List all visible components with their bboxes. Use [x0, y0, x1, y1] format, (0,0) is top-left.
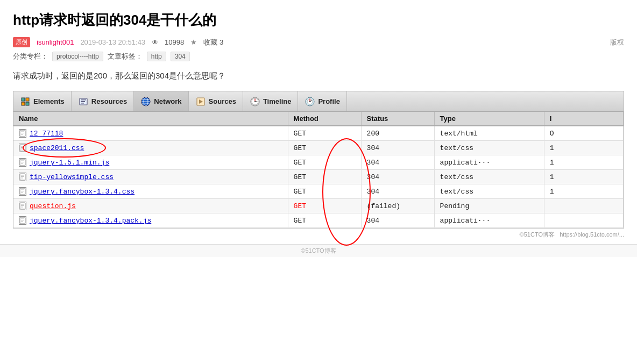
- tag-http[interactable]: http: [147, 52, 166, 61]
- eye-icon: [152, 38, 158, 46]
- cell-method: GET: [288, 184, 361, 199]
- cell-i: 1: [544, 184, 623, 199]
- cell-status: 304: [361, 170, 434, 184]
- col-status: Status: [361, 112, 434, 126]
- profile-icon: [305, 96, 315, 107]
- tab-timeline[interactable]: Timeline: [243, 91, 299, 111]
- cell-status: (failed): [361, 199, 434, 213]
- svg-rect-49: [20, 217, 25, 224]
- file-icon: [19, 216, 26, 225]
- table-row: jquery.fancybox-1.3.4.pack.jsGET304appli…: [13, 213, 624, 228]
- star-icon: [190, 38, 197, 46]
- svg-rect-7: [81, 103, 84, 104]
- cell-i: 1: [544, 141, 623, 155]
- cell-type: text/css: [434, 184, 544, 199]
- author-link[interactable]: isunlight001: [37, 38, 74, 46]
- article-tag-label: 文章标签：: [108, 52, 143, 61]
- col-type: Type: [434, 112, 544, 126]
- copyright-link[interactable]: 版权: [610, 38, 624, 47]
- table-row: space2011.cssGET304text/css1: [13, 141, 624, 155]
- cell-type: applicati···: [434, 213, 544, 228]
- name-cell-content: tip-yellowsimple.css: [19, 173, 282, 181]
- page-container: http请求时返回的304是干什么的 原创 isunlight001 2019-…: [0, 0, 637, 244]
- elements-icon: [20, 96, 31, 107]
- tab-network[interactable]: Network: [134, 91, 188, 111]
- file-name-link[interactable]: jquery-1.5.1.min.js: [30, 159, 109, 167]
- svg-point-24: [309, 101, 310, 102]
- watermark: ©51CTO博客 https://blog.51cto.com/...: [13, 231, 624, 239]
- svg-rect-29: [20, 145, 25, 151]
- cell-status: 200: [361, 126, 434, 141]
- file-name-link[interactable]: jquery.fancybox-1.3.4.css: [30, 188, 135, 196]
- tab-profile-label: Profile: [318, 97, 339, 105]
- name-cell-content: jquery.fancybox-1.3.4.pack.js: [19, 216, 282, 225]
- cell-i: [544, 199, 623, 213]
- cell-method: GET: [288, 141, 361, 155]
- tab-resources-label: Resources: [91, 97, 127, 105]
- svg-rect-45: [20, 203, 25, 209]
- svg-rect-37: [20, 174, 25, 180]
- tab-resources[interactable]: Resources: [72, 91, 134, 111]
- cell-method: GET: [288, 155, 361, 170]
- name-cell-content: question.js: [19, 202, 282, 210]
- col-method: Method: [288, 112, 361, 126]
- tab-sources[interactable]: Sources: [189, 91, 243, 111]
- tab-elements-label: Elements: [33, 97, 65, 105]
- table-header-row: Name Method Status Type I: [13, 112, 624, 126]
- network-table: Name Method Status Type I 12_77118GET200…: [13, 112, 624, 228]
- network-icon: [140, 96, 151, 107]
- name-cell-content: jquery-1.5.1.min.js: [19, 158, 282, 167]
- cell-status: 304: [361, 155, 434, 170]
- table-row: jquery.fancybox-1.3.4.cssGET304text/css1: [13, 184, 624, 199]
- file-icon: [19, 173, 26, 181]
- meta-row: 原创 isunlight001 2019-03-13 20:51:43 1099…: [13, 37, 624, 47]
- cell-type: text/html: [434, 126, 544, 141]
- category-label: 分类专栏：: [13, 52, 48, 61]
- cell-name: jquery.fancybox-1.3.4.css: [13, 184, 288, 199]
- tag-304[interactable]: 304: [171, 52, 190, 61]
- svg-rect-0: [22, 98, 25, 101]
- cell-status: 304: [361, 184, 434, 199]
- name-cell-content: space2011.css: [19, 144, 282, 152]
- file-name-link[interactable]: 12_77118: [30, 130, 63, 138]
- svg-point-19: [254, 101, 256, 102]
- cell-name: question.js: [13, 199, 288, 213]
- sources-icon: [195, 96, 206, 107]
- original-tag: 原创: [13, 37, 30, 47]
- cell-i: 1: [544, 170, 623, 184]
- file-name-link[interactable]: space2011.css: [30, 144, 84, 152]
- table-row: question.jsGET(failed)Pending: [13, 199, 624, 213]
- timeline-icon: [250, 96, 260, 107]
- svg-rect-41: [20, 188, 25, 195]
- tab-profile[interactable]: Profile: [298, 91, 346, 111]
- name-cell-content: 12_77118: [19, 129, 282, 138]
- svg-rect-6: [81, 101, 85, 102]
- cell-i: [544, 213, 623, 228]
- svg-rect-1: [26, 98, 29, 101]
- category-row: 分类专栏： protocol----http 文章标签： http 304: [13, 52, 624, 61]
- file-name-link[interactable]: jquery.fancybox-1.3.4.pack.js: [30, 217, 151, 225]
- cell-name: jquery-1.5.1.min.js: [13, 155, 288, 170]
- bottom-bar: ©51CTO博客: [0, 244, 637, 257]
- category-tag[interactable]: protocol----http: [52, 52, 103, 61]
- collect-label: 收藏 3: [203, 38, 223, 47]
- cell-method: GET: [288, 170, 361, 184]
- cell-type: Pending: [434, 199, 544, 213]
- svg-rect-25: [20, 130, 25, 137]
- cell-method: GET: [288, 126, 361, 141]
- file-name-link[interactable]: question.js: [30, 202, 76, 210]
- tab-elements[interactable]: Elements: [13, 91, 72, 111]
- views-count: 10998: [165, 38, 184, 46]
- cell-name: space2011.css: [13, 141, 288, 155]
- file-name-link[interactable]: tip-yellowsimple.css: [30, 173, 114, 181]
- file-icon: [19, 187, 26, 196]
- cell-status: 304: [361, 141, 434, 155]
- cell-type: applicati···: [434, 155, 544, 170]
- cell-type: text/css: [434, 170, 544, 184]
- cell-method: GET: [288, 199, 361, 213]
- cell-name: 12_77118: [13, 126, 288, 141]
- devtools-panel: Elements Resources: [13, 91, 624, 229]
- tab-timeline-label: Timeline: [263, 97, 292, 105]
- file-icon: [19, 158, 26, 167]
- resources-icon: [78, 96, 89, 107]
